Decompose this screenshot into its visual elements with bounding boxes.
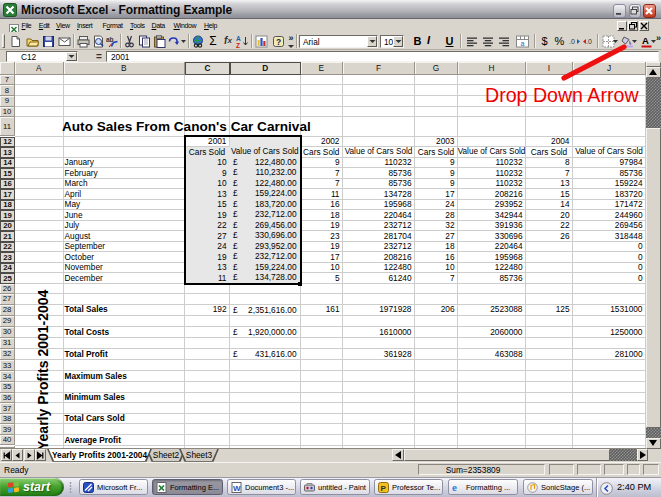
svg-text:W: W xyxy=(233,483,241,492)
svg-text:P: P xyxy=(381,483,387,492)
